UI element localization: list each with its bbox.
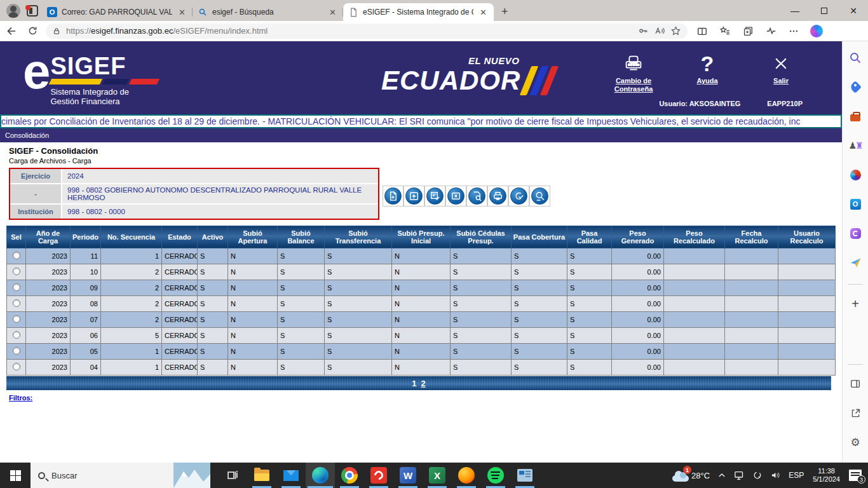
table-cell: S bbox=[451, 280, 512, 296]
browser-tab-1[interactable]: OCorreo: GAD PARROQUIAL VALLE✕ bbox=[42, 3, 193, 21]
tray-chevron-icon[interactable] bbox=[714, 463, 730, 488]
sidebar-drop-icon[interactable] bbox=[846, 254, 864, 271]
browser-tab-3[interactable]: eSIGEF - Sistema Integrado de G✕ bbox=[343, 3, 494, 21]
taskbar-file-explorer-icon[interactable] bbox=[247, 463, 276, 488]
minimize-button[interactable]: — bbox=[780, 0, 810, 21]
taskbar-spotify-icon[interactable] bbox=[481, 463, 510, 488]
weather-tray-item[interactable]: 1 28°C bbox=[668, 463, 714, 488]
table-cell bbox=[664, 328, 725, 344]
split-screen-icon[interactable] bbox=[691, 22, 713, 40]
table-cell: S bbox=[325, 264, 392, 280]
sidebar-games-icon[interactable]: ♟♜ bbox=[846, 137, 864, 154]
taskbar-edge-icon[interactable] bbox=[306, 463, 335, 488]
row-select-radio[interactable] bbox=[13, 331, 20, 339]
consult-button[interactable] bbox=[529, 186, 550, 207]
notification-center-icon[interactable]: 3 bbox=[845, 463, 868, 488]
weather-badge: 1 bbox=[683, 466, 691, 474]
save-upload-button[interactable] bbox=[403, 186, 424, 207]
print-button[interactable] bbox=[487, 186, 508, 207]
sidebar-microsoft-365-icon[interactable] bbox=[846, 166, 864, 184]
logout-button[interactable]: Salir bbox=[755, 50, 807, 93]
taskbar-word-icon[interactable]: W bbox=[393, 463, 423, 488]
row-select-radio[interactable] bbox=[13, 315, 20, 323]
clock[interactable]: 11:385/1/2024 bbox=[808, 467, 845, 484]
table-cell bbox=[725, 280, 778, 296]
delete-file-button[interactable] bbox=[445, 186, 466, 207]
profile-avatar[interactable] bbox=[6, 4, 20, 18]
browser-tab-2[interactable]: esigef - Búsqueda✕ bbox=[193, 3, 343, 21]
tab-close-icon[interactable]: ✕ bbox=[177, 8, 187, 17]
password-key-icon[interactable] bbox=[638, 25, 649, 36]
volume-icon[interactable] bbox=[766, 463, 785, 488]
sidebar-external-link-icon[interactable] bbox=[846, 404, 864, 422]
table-cell: 2 bbox=[101, 312, 162, 328]
table-cell bbox=[778, 344, 836, 360]
help-button[interactable]: ? Ayuda bbox=[681, 50, 733, 93]
taskbar-system-properties-icon[interactable] bbox=[510, 463, 539, 488]
close-button[interactable]: ✕ bbox=[839, 0, 868, 21]
page-content: SIGEF - Consolidación Carga de Archivos … bbox=[0, 142, 842, 463]
column-header: Pasa Calidad bbox=[567, 226, 612, 248]
logo-e: e bbox=[23, 46, 48, 106]
row-select-radio[interactable] bbox=[13, 252, 20, 259]
row-select-radio[interactable] bbox=[13, 363, 20, 370]
sidebar-customize-button[interactable]: + bbox=[846, 295, 864, 313]
sidebar-panel-icon[interactable] bbox=[846, 375, 864, 393]
favorite-star-icon[interactable] bbox=[670, 25, 681, 36]
language-indicator[interactable]: ESP bbox=[785, 463, 808, 488]
taskbar: Buscar WX 1 28°C ESP 11:385/1/2024 3 bbox=[0, 463, 868, 488]
favorites-hub-icon[interactable] bbox=[714, 22, 736, 40]
taskbar-mail-icon[interactable] bbox=[276, 463, 306, 488]
menu-item-consolidacion[interactable]: Consolidación bbox=[5, 132, 49, 139]
row-select-radio[interactable] bbox=[13, 268, 20, 275]
tab-close-icon[interactable]: ✕ bbox=[327, 8, 338, 17]
collections-icon[interactable] bbox=[737, 22, 759, 40]
address-bar[interactable]: https://esigef.finanzas.gob.ec/eSIGEF/me… bbox=[46, 24, 688, 39]
network-icon[interactable] bbox=[730, 463, 749, 488]
filters-link[interactable]: Filtros: bbox=[9, 394, 32, 402]
taskbar-acrobat-icon[interactable] bbox=[364, 463, 393, 488]
column-header: Subió Transferencia bbox=[325, 226, 392, 248]
table-cell: S bbox=[451, 312, 512, 328]
more-menu-icon[interactable] bbox=[783, 22, 804, 40]
taskbar-search[interactable]: Buscar bbox=[31, 463, 210, 488]
sidebar-tools-icon[interactable] bbox=[846, 107, 864, 125]
sidebar-outlook-icon[interactable]: O bbox=[846, 195, 864, 213]
back-icon[interactable] bbox=[0, 22, 22, 40]
tab-close-icon[interactable]: ✕ bbox=[478, 8, 489, 17]
sidebar-shopping-icon[interactable] bbox=[846, 78, 864, 96]
table-cell: 2023 bbox=[26, 312, 71, 328]
read-aloud-icon[interactable] bbox=[654, 25, 665, 36]
taskbar-chrome-icon[interactable] bbox=[335, 463, 364, 488]
maximize-button[interactable] bbox=[810, 0, 839, 21]
view-details-button[interactable] bbox=[466, 186, 487, 207]
copilot-icon[interactable] bbox=[806, 22, 827, 40]
approve-button[interactable] bbox=[508, 186, 529, 207]
sidebar-search-icon[interactable] bbox=[846, 49, 864, 67]
sidebar-designer-icon[interactable] bbox=[846, 224, 864, 242]
table-cell bbox=[725, 328, 778, 344]
new-file-button[interactable] bbox=[383, 186, 403, 207]
table-cell: S bbox=[567, 248, 612, 264]
validate-icon bbox=[426, 187, 444, 205]
table-cell: N bbox=[392, 328, 451, 344]
sync-status-icon[interactable] bbox=[749, 463, 766, 488]
row-select-radio[interactable] bbox=[13, 347, 20, 355]
table-cell: S bbox=[567, 344, 612, 360]
taskbar-firefox-icon[interactable] bbox=[452, 463, 481, 488]
new-tab-button[interactable]: + bbox=[494, 5, 516, 21]
browser-essentials-icon[interactable] bbox=[760, 22, 782, 40]
taskbar-task-view-icon[interactable] bbox=[218, 463, 247, 488]
table-cell bbox=[725, 296, 778, 312]
table-cell bbox=[778, 248, 836, 264]
pagination-page-link[interactable]: 2 bbox=[421, 379, 426, 388]
start-button[interactable] bbox=[0, 463, 31, 488]
validate-button[interactable] bbox=[424, 186, 445, 207]
row-select-radio[interactable] bbox=[13, 299, 20, 307]
row-select-radio[interactable] bbox=[13, 283, 20, 291]
sidebar-settings-gear-icon[interactable]: ⚙ bbox=[846, 433, 864, 451]
refresh-icon[interactable] bbox=[22, 22, 43, 40]
table-cell: 05 bbox=[71, 344, 101, 360]
taskbar-excel-icon[interactable]: X bbox=[423, 463, 452, 488]
change-password-button[interactable]: Cambio de Contraseña bbox=[607, 50, 660, 93]
